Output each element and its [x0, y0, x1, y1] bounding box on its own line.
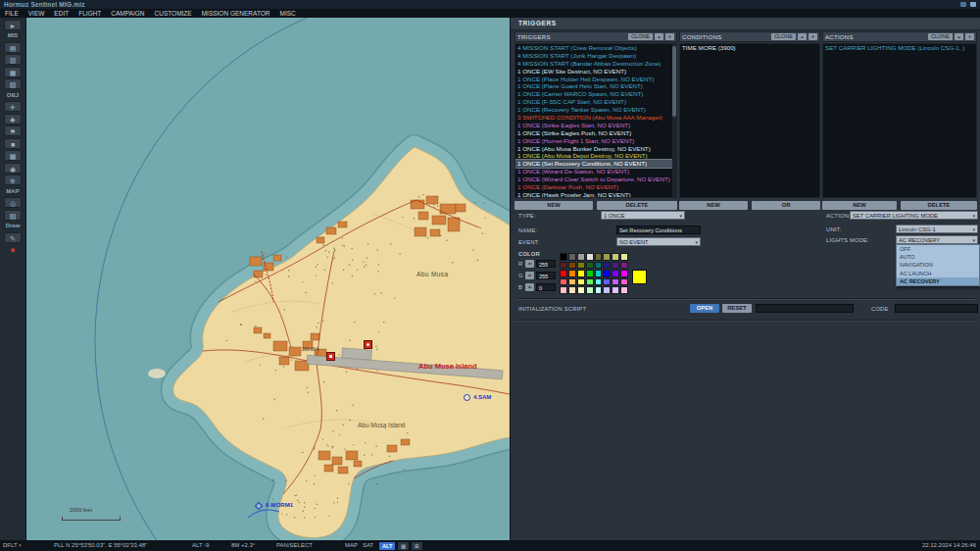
trigger-row[interactable]: 1 ONCE (Strike Eagles Start, NO EVENT): [515, 122, 676, 129]
palette-swatch[interactable]: [586, 262, 594, 270]
palette-swatch[interactable]: [560, 286, 567, 294]
palette-swatch[interactable]: [560, 253, 567, 261]
trigger-row[interactable]: 1 ONCE (Hawk Prowler Jam, NO EVENT): [515, 191, 676, 198]
conditions-list[interactable]: TIME MORE (3900): [679, 43, 820, 198]
distance-tool-icon[interactable]: ◎: [4, 197, 22, 208]
aircraft-icon[interactable]: ✈: [4, 101, 22, 112]
record-icon[interactable]: ●: [4, 244, 22, 255]
palette-swatch[interactable]: [612, 253, 619, 261]
selected-color-swatch[interactable]: [632, 270, 647, 284]
mission-options-icon[interactable]: ▧: [4, 78, 22, 89]
action-move-down-icon[interactable]: ▼: [965, 33, 974, 40]
actions-list[interactable]: SET CARRIER LIGHTING MODE (Lincoln CSG-1…: [822, 43, 977, 198]
palette-swatch[interactable]: [620, 270, 628, 277]
palette-swatch[interactable]: [577, 262, 585, 270]
trigger-row[interactable]: 4 MISSION START (Junk Hangar Despawn): [515, 52, 676, 60]
unit-dropdown[interactable]: Lincoln CSG-1 ▾: [896, 225, 978, 233]
palette-swatch[interactable]: [612, 262, 619, 270]
menu-campaign[interactable]: CAMPAIGN: [106, 9, 149, 18]
trigger-name-input[interactable]: Set Recovery Conditions: [616, 225, 701, 234]
triggers-scrollbar[interactable]: [672, 44, 676, 197]
palette-swatch[interactable]: [620, 262, 628, 270]
code-field[interactable]: [895, 304, 978, 313]
palette-swatch[interactable]: [595, 286, 603, 294]
palette-swatch[interactable]: [568, 278, 576, 286]
lights-mode-dropdown[interactable]: AC RECOVERY ▾: [896, 235, 978, 244]
sam-group-icon[interactable]: [464, 394, 470, 401]
menu-mission-generator[interactable]: MISSION GENERATOR: [197, 9, 275, 18]
sat-layer-button[interactable]: SAT: [363, 540, 373, 551]
map-layer-button[interactable]: MAP: [345, 540, 358, 551]
helicopter-icon[interactable]: ✚: [4, 114, 22, 125]
palette-swatch[interactable]: [595, 253, 603, 261]
trigger-row[interactable]: 1 ONCE (Darkstar Push, NO EVENT): [515, 183, 676, 191]
palette-swatch[interactable]: [568, 286, 576, 294]
palette-swatch[interactable]: [577, 286, 585, 294]
action-move-up-icon[interactable]: ▲: [955, 33, 963, 40]
menu-customize[interactable]: CUSTOMIZE: [150, 9, 197, 18]
trigger-zone-icon[interactable]: ◉: [4, 163, 22, 174]
grid-icon[interactable]: ⊞: [412, 542, 422, 550]
palette-swatch[interactable]: [577, 253, 585, 261]
palette-swatch[interactable]: [612, 286, 619, 294]
palette-swatch[interactable]: [595, 270, 603, 277]
trigger-row[interactable]: 1 ONCE (Carrier MARCO Spawn, NO EVENT): [515, 90, 676, 98]
trigger-move-up-icon[interactable]: ▲: [655, 33, 663, 40]
briefing-icon[interactable]: ▥: [4, 54, 22, 65]
menu-view[interactable]: VIEW: [24, 9, 50, 18]
unit-marker-depot[interactable]: [326, 352, 335, 361]
network-icon[interactable]: [960, 2, 966, 7]
trigger-row[interactable]: 1 ONCE (Wizard Clear Switch to Departure…: [515, 175, 676, 183]
condition-move-up-icon[interactable]: ▲: [798, 33, 807, 40]
lights-mode-option-ac-launch[interactable]: AC LAUNCH: [897, 270, 979, 277]
alt-layer-button[interactable]: ALT: [379, 542, 395, 550]
trigger-row[interactable]: 1 ONCE (EW Site Destruct, NO EVENT): [515, 68, 676, 75]
event-dropdown[interactable]: NO EVENT ▾: [616, 237, 701, 246]
select-tool-icon[interactable]: ►: [4, 20, 22, 30]
map-view[interactable]: Abu Musa Abu Musa Island Abu Musa Island…: [26, 18, 510, 540]
map-layers-icon[interactable]: ▧: [4, 210, 22, 221]
new-condition-button[interactable]: NEW: [679, 201, 748, 210]
trigger-row[interactable]: 1 ONCE (F-5SC CAP Start, NO EVENT): [515, 98, 676, 106]
lights-mode-option-ac-recovery[interactable]: AC RECOVERY: [897, 277, 979, 285]
or-condition-button[interactable]: OR: [752, 201, 820, 210]
template-icon[interactable]: ⊕: [4, 175, 22, 185]
palette-swatch[interactable]: [620, 286, 628, 294]
trigger-row[interactable]: 1 ONCE (Wizard De-Station, NO EVENT): [515, 168, 676, 175]
palette-swatch[interactable]: [603, 270, 611, 277]
clone-action-button[interactable]: CLONE: [928, 33, 953, 40]
menu-file[interactable]: FILE: [0, 9, 24, 18]
trigger-move-down-icon[interactable]: ▼: [665, 33, 674, 40]
rgb-stepper[interactable]: ◂▸: [525, 272, 534, 279]
palette-swatch[interactable]: [568, 262, 576, 270]
profile-selector[interactable]: DFLT ▾: [3, 540, 22, 551]
lights-mode-option-off[interactable]: OFF: [897, 245, 979, 253]
rgb-stepper[interactable]: ◂▸: [525, 260, 534, 268]
vehicle-icon[interactable]: ■: [4, 138, 22, 149]
palette-swatch[interactable]: [620, 278, 628, 286]
rgb-stepper[interactable]: ◂▸: [525, 283, 534, 291]
palette-swatch[interactable]: [612, 278, 619, 286]
palette-swatch[interactable]: [560, 278, 567, 286]
palette-swatch[interactable]: [603, 278, 611, 286]
palette-swatch[interactable]: [568, 270, 576, 277]
mission-file-icon[interactable]: ▤: [4, 42, 22, 53]
action-row[interactable]: SET CARRIER LIGHTING MODE (Lincoln CSG-1…: [823, 44, 976, 52]
palette-swatch[interactable]: [568, 253, 576, 261]
palette-swatch[interactable]: [595, 262, 603, 270]
palette-swatch[interactable]: [586, 270, 594, 277]
trigger-type-dropdown[interactable]: 1 ONCE ▾: [601, 211, 685, 220]
palette-swatch[interactable]: [577, 270, 585, 277]
palette-swatch[interactable]: [620, 253, 628, 261]
condition-row[interactable]: TIME MORE (3900): [680, 44, 819, 52]
palette-swatch[interactable]: [603, 262, 611, 270]
rgb-value-field[interactable]: 0: [536, 283, 556, 291]
weather-icon[interactable]: ▦: [4, 67, 22, 77]
trigger-row[interactable]: 1 ONCE (Strike Eagles Push, NO EVENT): [515, 129, 676, 137]
palette-swatch[interactable]: [612, 270, 619, 277]
trigger-row[interactable]: 3 SWITCHED CONDITION (Abu Musa AAA Manag…: [515, 114, 676, 122]
trigger-row[interactable]: 1 ONCE (Plane Guard Helo Start, NO EVENT…: [515, 82, 676, 90]
action-type-dropdown[interactable]: SET CARRIER LIGHTING MODE ▾: [850, 211, 978, 220]
static-object-icon[interactable]: ▩: [4, 150, 22, 161]
trigger-row[interactable]: 1 ONCE (Hornet Flight 1 Start, NO EVENT): [515, 137, 676, 145]
